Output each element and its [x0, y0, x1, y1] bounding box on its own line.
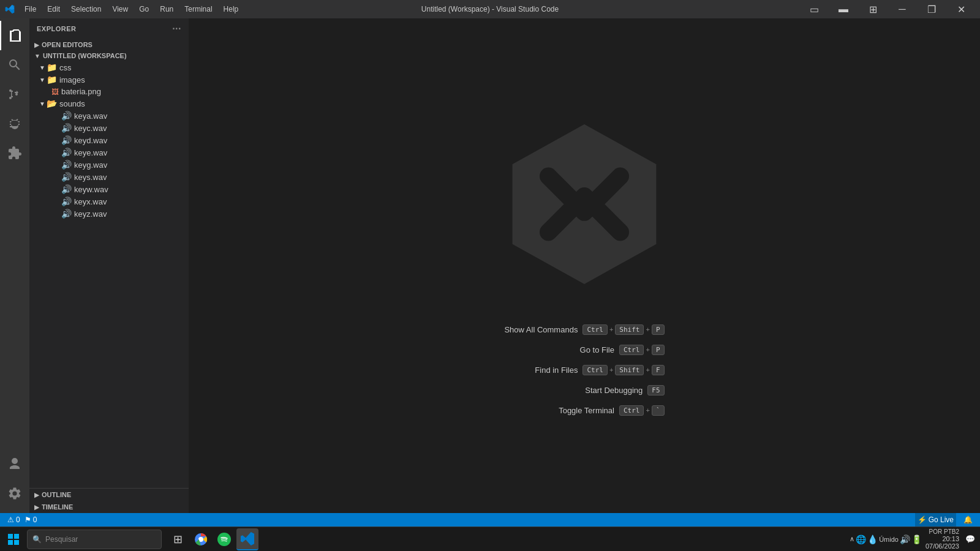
taskbar-view-button[interactable]: ⊞ [167, 528, 189, 550]
tree-item-keyw[interactable]: 🔊 keyw.wav [29, 183, 189, 195]
taskbar-vscode-app[interactable] [236, 528, 258, 550]
menu-file[interactable]: File [20, 2, 41, 16]
tree-item-keya[interactable]: 🔊 keya.wav [29, 110, 189, 122]
tree-item-bateria[interactable]: 🖼 bateria.png [29, 86, 189, 97]
close-button[interactable]: ✕ [947, 0, 975, 18]
taskbar-browser-app[interactable] [190, 528, 212, 550]
view-icon: ⊞ [173, 533, 183, 546]
menu-view[interactable]: View [107, 2, 133, 16]
activity-bar [0, 18, 29, 513]
vscode-watermark-icon [492, 116, 676, 300]
css-folder-label: css [59, 63, 72, 72]
open-editors-chevron-icon: ▶ [34, 42, 39, 48]
workspace-chevron-icon: ▼ [34, 53, 40, 59]
wav-file-icon: 🔊 [61, 184, 72, 194]
timeline-label: TIMELINE [42, 503, 73, 511]
f5-key: F5 [647, 385, 664, 395]
sidebar-toggle-button[interactable]: ▭ [800, 0, 828, 18]
activity-explorer[interactable] [0, 21, 29, 50]
error-icon: ⚠ [7, 515, 14, 524]
chevron-up-icon[interactable]: ∧ [850, 535, 854, 543]
menu-run[interactable]: Run [155, 2, 178, 16]
sys-tray: ∧ 🌐 💧 Úmido 🔊 🔋 [850, 534, 922, 544]
tree-item-images[interactable]: ▼ 📁 images [29, 73, 189, 86]
toggle-terminal-label: Toggle Terminal [559, 406, 614, 415]
tree-item-sounds[interactable]: ▼ 📂 sounds [29, 97, 189, 110]
keye-file-label: keye.wav [74, 148, 107, 157]
go-to-file-label: Go to File [580, 345, 614, 354]
svg-rect-2 [8, 540, 13, 545]
shortcut-go-to-file: Go to File Ctrl + P [580, 345, 665, 355]
layout-button[interactable]: ⊞ [859, 0, 887, 18]
tree-item-keyd[interactable]: 🔊 keyd.wav [29, 134, 189, 146]
wav-file-icon: 🔊 [61, 209, 72, 219]
start-button[interactable] [2, 528, 24, 550]
show-all-commands-keys: Ctrl + Shift + P [582, 324, 664, 335]
go-live-label: Go Live [929, 515, 954, 524]
activity-extensions[interactable] [0, 138, 29, 168]
shift-key: Shift [615, 365, 644, 375]
activity-bottom [0, 449, 29, 513]
keyw-file-label: keyw.wav [74, 185, 108, 194]
vscode-taskbar-icon [240, 531, 255, 546]
minimize-button[interactable]: ─ [888, 0, 916, 18]
outline-section[interactable]: ▶ OUTLINE [29, 489, 189, 501]
activity-settings[interactable] [0, 479, 29, 508]
errors-status[interactable]: ⚠ 0 ⚑ 0 [5, 513, 39, 527]
shortcut-show-all: Show All Commands Ctrl + Shift + P [504, 324, 664, 335]
speaker-icon: 🔊 [900, 534, 910, 544]
go-live-button[interactable]: ⚡ Go Live [915, 513, 956, 527]
go-to-file-keys: Ctrl + P [619, 345, 665, 355]
wav-file-icon: 🔊 [61, 160, 72, 170]
p-key: P [652, 345, 665, 355]
workspace-section[interactable]: ▼ UNTITLED (WORKSPACE) [29, 50, 189, 61]
tree-item-keyx[interactable]: 🔊 keyx.wav [29, 195, 189, 208]
error-count: 0 [16, 515, 20, 524]
menu-go[interactable]: Go [134, 2, 154, 16]
activity-account[interactable] [0, 449, 29, 479]
panel-toggle-button[interactable]: ▬ [829, 0, 858, 18]
menu-help[interactable]: Help [219, 2, 244, 16]
activity-source-control[interactable] [0, 80, 29, 109]
restore-button[interactable]: ❐ [918, 0, 946, 18]
sidebar: Explorer ··· ▶ OPEN EDITORS ▼ UNTITLED (… [29, 18, 189, 513]
tree-item-keys[interactable]: 🔊 keys.wav [29, 171, 189, 183]
open-editors-section[interactable]: ▶ OPEN EDITORS [29, 39, 189, 50]
toggle-terminal-keys: Ctrl + ` [619, 405, 665, 416]
battery-icon: 🔋 [911, 534, 922, 544]
tree-item-css[interactable]: ▼ 📁 css [29, 61, 189, 73]
wav-file-icon: 🔊 [61, 111, 72, 121]
sidebar-bottom: ▶ OUTLINE ▶ TIMELINE [29, 488, 189, 513]
tree-item-keyz[interactable]: 🔊 keyz.wav [29, 208, 189, 220]
tree-item-keyc[interactable]: 🔊 keyc.wav [29, 122, 189, 134]
wav-file-icon: 🔊 [61, 172, 72, 182]
svg-point-6 [217, 533, 231, 546]
activity-search[interactable] [0, 50, 29, 80]
weather-icon: 💧 [867, 534, 878, 544]
network-icon: 🌐 [856, 534, 866, 544]
taskbar-search[interactable]: 🔍 Pesquisar [27, 530, 162, 549]
svg-rect-0 [8, 534, 13, 539]
p-key: P [652, 324, 665, 335]
taskbar-spotify-app[interactable] [213, 528, 235, 550]
menu-selection[interactable]: Selection [66, 2, 106, 16]
notifications-button[interactable]: 🔔 [961, 513, 975, 527]
activity-debug[interactable] [0, 109, 29, 138]
menu-edit[interactable]: Edit [42, 2, 65, 16]
sys-tray-icons: ∧ 🌐 💧 Úmido 🔊 🔋 [850, 534, 922, 544]
titlebar-controls: ▭ ▬ ⊞ ─ ❐ ✕ [800, 0, 975, 18]
tree-item-keye[interactable]: 🔊 keye.wav [29, 146, 189, 159]
keyd-file-label: keyd.wav [74, 136, 107, 145]
wav-file-icon: 🔊 [61, 148, 72, 157]
notification-center-button[interactable]: 💬 [963, 532, 978, 547]
timeline-section[interactable]: ▶ TIMELINE [29, 501, 189, 513]
plus-icon: + [646, 346, 649, 353]
keyz-file-label: keyz.wav [74, 209, 107, 219]
shortcut-find-in-files: Find in Files Ctrl + Shift + F [535, 365, 664, 375]
tree-item-keyg[interactable]: 🔊 keyg.wav [29, 159, 189, 171]
sidebar-more-button[interactable]: ··· [172, 23, 181, 34]
open-editors-label: OPEN EDITORS [42, 41, 92, 48]
keyx-file-label: keyx.wav [74, 197, 107, 206]
taskbar-apps: ⊞ [167, 528, 258, 550]
menu-terminal[interactable]: Terminal [179, 2, 217, 16]
